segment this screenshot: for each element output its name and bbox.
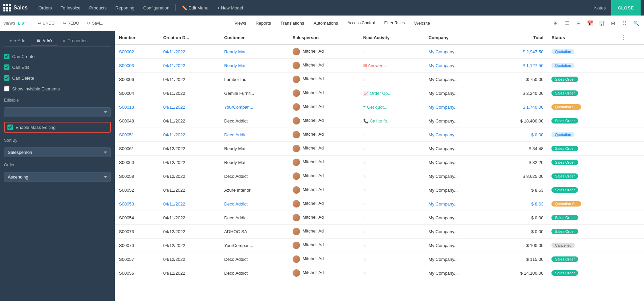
redo-icon: ↪ [63,21,66,26]
cell-actions [615,169,644,183]
search-icon-button[interactable]: 🔍 [631,19,641,28]
cell-number[interactable]: S00018 [115,100,159,114]
cell-activity: ○ [359,239,425,252]
status-badge: Sales Order [551,77,578,82]
toolbar-sep2 [111,20,111,27]
kanban-view-icon[interactable]: ⊞ [551,19,560,28]
checkbox-can-delete[interactable]: Can Delete [4,74,111,82]
checkbox-show-invisible[interactable]: Show Invisible Elements [4,85,111,92]
cell-total[interactable]: $ 1,740.00 [491,100,547,114]
extra-view-icon[interactable]: ⠿ [620,19,629,28]
nav-products[interactable]: Products [85,3,110,12]
view-icon: 🖥 [36,38,41,43]
cell-company[interactable]: My Company... [424,128,491,142]
nav-edit-menu[interactable]: ✏️ Edit Menu [178,3,213,12]
col-more[interactable]: ⋮ [615,31,644,45]
cell-status: Sales Order [547,266,615,280]
cell-total[interactable]: $ 1,127.50 [491,59,547,73]
right-panel: Number Creation D... Customer Salesperso… [115,31,644,301]
tab-view-label: View [43,38,52,43]
can-delete-checkbox[interactable] [4,75,9,81]
cell-date[interactable]: 04/11/2022 [159,45,220,59]
save-button[interactable]: ⟳ Savi... [84,19,106,27]
cell-date[interactable]: 04/11/2022 [159,128,220,142]
salesperson-name: Mitchell Ad [302,187,324,192]
calendar-view-icon[interactable]: 📅 [585,19,595,28]
status-badge: Sales Order [551,146,578,151]
cell-date[interactable]: 04/11/2022 [159,197,220,211]
cell-customer: Lumber Inc [220,73,288,86]
cell-salesperson: Mitchell Ad [289,239,359,252]
cell-customer[interactable]: Deco Addict [220,197,288,211]
can-edit-checkbox[interactable] [4,64,9,70]
list-view-icon[interactable]: ☰ [562,19,572,28]
app-grid-icon[interactable] [3,4,11,11]
table-row: S00006 04/11/2022 Lumber Inc Mitchell Ad… [115,73,644,86]
cell-actions [615,239,644,252]
tab-add[interactable]: + + Add [4,35,31,46]
show-invisible-checkbox[interactable] [4,86,9,91]
salesperson-name: Mitchell Ad [302,132,324,137]
nav-orders[interactable]: Orders [34,3,56,12]
redo-button[interactable]: ↪ REDO [59,19,83,27]
table-row: S00056 04/12/2022 Deco Addict Mitchell A… [115,266,644,280]
sort-by-select[interactable]: Salesperson Number Date Customer Total S… [4,147,111,157]
cell-number: S00070 [115,239,159,252]
salesperson-name: Mitchell Ad [302,145,324,150]
cell-customer[interactable]: Deco Addict [220,128,288,142]
pivot-view-icon[interactable]: ⊞ [608,19,618,28]
cell-number[interactable]: S00051 [115,128,159,142]
cell-number: S00056 [115,266,159,280]
chart-view-icon[interactable]: 📊 [597,19,606,28]
checkbox-can-edit[interactable]: Can Edit [4,63,111,71]
more-options-icon[interactable]: ⋮ [619,35,627,40]
cell-total[interactable]: $ 0.00 [491,128,547,142]
cell-total[interactable]: $ 2,947.50 [491,45,547,59]
enable-mass-editing-checkbox[interactable] [7,125,13,130]
status-badge: Quotation [551,49,574,54]
enable-mass-editing-row[interactable]: Enable Mass Editing [4,122,111,133]
toolbar-automations[interactable]: Automations [309,19,342,27]
cell-customer[interactable]: Ready Mat [220,45,288,59]
cell-number[interactable]: S00053 [115,197,159,211]
grid-view-icon[interactable]: ⊟ [574,19,583,28]
cell-date[interactable]: 04/11/2022 [159,59,220,73]
nav-to-invoice[interactable]: To Invoice [57,3,85,12]
editable-select[interactable] [4,107,111,117]
undo-button[interactable]: ↩ UNDO [34,19,58,27]
toolbar-translations[interactable]: Translations [276,19,308,27]
cell-customer[interactable]: YourCompan... [220,100,288,114]
cell-company: My Company... [424,114,491,128]
nav-configuration[interactable]: Configuration [139,3,173,12]
salesperson-name: Mitchell Ad [302,104,324,109]
cell-company[interactable]: My Company... [424,45,491,59]
activity-green-icon: 📈 [363,91,369,96]
cell-salesperson: Mitchell Ad [289,225,359,239]
nav-reporting[interactable]: Reporting [111,3,138,12]
toolbar-website[interactable]: Website [410,19,434,27]
cell-company[interactable]: My Company... [424,100,491,114]
notes-button[interactable]: Notes [589,3,611,12]
toolbar-views[interactable]: Views [230,19,250,27]
cell-company[interactable]: My Company... [424,59,491,73]
cell-number[interactable]: S00002 [115,45,159,59]
cell-actions [615,142,644,156]
cell-total: $ 8.63 [491,183,547,197]
cell-date[interactable]: 04/11/2022 [159,100,220,114]
order-select[interactable]: Ascending Descending [4,172,111,182]
tab-view[interactable]: 🖥 View [31,35,57,46]
cell-total[interactable]: $ 8.63 [491,197,547,211]
cell-number[interactable]: S00003 [115,59,159,73]
status-badge: Sales Order [551,229,578,234]
cell-customer[interactable]: Ready Mat [220,59,288,73]
tab-properties[interactable]: ≡ Properties [57,35,93,46]
checkbox-can-create[interactable]: Can Create [4,53,111,60]
can-create-checkbox[interactable] [4,54,9,59]
close-button[interactable]: CLOSE [611,0,641,16]
toolbar-access-control[interactable]: Access Control [344,20,379,27]
toolbar-filter-rules[interactable]: Filter Rules [380,20,409,27]
cell-company[interactable]: My Company... [424,197,491,211]
list-label[interactable]: LIST [18,21,26,25]
nav-new-model[interactable]: + New Model [213,3,247,12]
toolbar-reports[interactable]: Reports [251,19,275,27]
